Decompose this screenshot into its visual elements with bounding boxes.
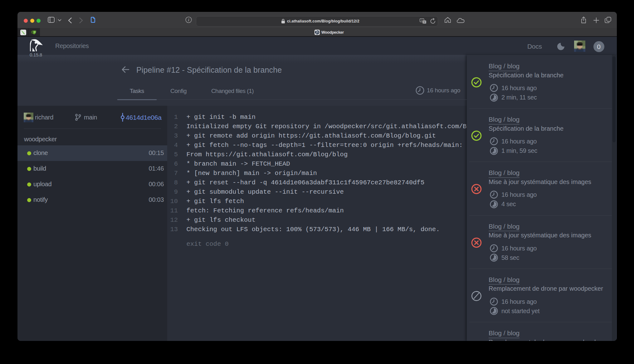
svg-text:i: i — [188, 17, 189, 22]
svg-text:文: 文 — [423, 21, 426, 24]
svg-text:A: A — [421, 19, 423, 22]
